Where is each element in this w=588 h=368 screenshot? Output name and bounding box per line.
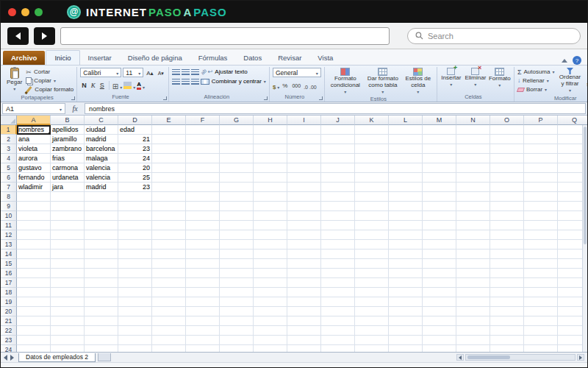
cell-H17[interactable]: [254, 278, 287, 288]
delete-cells-button[interactable]: Eliminar: [465, 68, 487, 88]
cell-A8[interactable]: [17, 192, 51, 202]
cell-E15[interactable]: [152, 259, 186, 269]
find-select-button[interactable]: Buscar y seleccionar: [586, 68, 588, 94]
cell-F15[interactable]: [186, 259, 220, 269]
tab-revisar[interactable]: Revisar: [270, 51, 309, 65]
column-header-N[interactable]: N: [456, 116, 490, 125]
cell-N7[interactable]: [456, 183, 490, 192]
cell-I18[interactable]: [287, 288, 321, 297]
cell-J6[interactable]: [321, 173, 355, 183]
cell-H9[interactable]: [254, 202, 287, 211]
cell-L8[interactable]: [389, 192, 423, 202]
cell-P17[interactable]: [524, 278, 558, 288]
cell-G24[interactable]: [220, 345, 254, 352]
cell-N6[interactable]: [456, 173, 490, 183]
cell-D9[interactable]: [118, 202, 152, 211]
cell-L22[interactable]: [389, 326, 423, 336]
cell-G20[interactable]: [220, 307, 254, 316]
cell-J8[interactable]: [321, 192, 355, 202]
cell-A1[interactable]: nombres: [17, 125, 51, 135]
wrap-text-button[interactable]: Ajustar texto: [208, 68, 248, 76]
cell-E11[interactable]: [152, 221, 186, 230]
align-right-icon[interactable]: [191, 79, 199, 85]
cell-A5[interactable]: gustavo: [17, 163, 51, 173]
cell-P7[interactable]: [524, 183, 558, 192]
cell-G4[interactable]: [220, 154, 254, 163]
cell-A20[interactable]: [17, 307, 51, 316]
cell-I14[interactable]: [287, 250, 321, 259]
cell-P9[interactable]: [524, 202, 558, 211]
column-header-D[interactable]: D: [118, 116, 152, 125]
cell-K14[interactable]: [355, 250, 389, 259]
dialog-launcher-icon[interactable]: [71, 96, 75, 100]
cell-F2[interactable]: [186, 135, 220, 144]
align-left-icon[interactable]: [172, 79, 180, 85]
align-bottom-icon[interactable]: [191, 69, 199, 75]
insert-function-button[interactable]: fx: [67, 103, 83, 114]
cell-O24[interactable]: [490, 345, 524, 352]
row-header-2[interactable]: 2: [1, 135, 17, 144]
cell-I22[interactable]: [287, 326, 321, 336]
cell-E23[interactable]: [152, 336, 186, 345]
cell-B7[interactable]: jara: [51, 183, 85, 192]
cell-N11[interactable]: [456, 221, 490, 230]
cell-B23[interactable]: [51, 336, 85, 345]
cell-P22[interactable]: [524, 326, 558, 336]
cell-G10[interactable]: [220, 211, 254, 221]
decrease-decimal-button[interactable]: [309, 79, 317, 92]
cell-L15[interactable]: [389, 259, 423, 269]
cell-J3[interactable]: [321, 144, 355, 154]
cell-D3[interactable]: 23: [118, 144, 152, 154]
cell-I11[interactable]: [287, 221, 321, 230]
percent-format-button[interactable]: %: [281, 82, 289, 89]
cell-G8[interactable]: [220, 192, 254, 202]
cell-M21[interactable]: [423, 316, 456, 326]
cell-J22[interactable]: [321, 326, 355, 336]
cell-B21[interactable]: [51, 316, 85, 326]
cell-B13[interactable]: [51, 240, 85, 250]
cell-B18[interactable]: [51, 288, 85, 297]
cell-O8[interactable]: [490, 192, 524, 202]
tab-datos[interactable]: Datos: [235, 51, 270, 65]
font-size-select[interactable]: 11: [123, 68, 143, 77]
font-name-select[interactable]: Calibri: [80, 68, 121, 77]
cell-M8[interactable]: [423, 192, 456, 202]
row-header-16[interactable]: 16: [1, 269, 17, 278]
column-header-C[interactable]: C: [85, 116, 118, 125]
cell-J19[interactable]: [321, 297, 355, 307]
cell-L17[interactable]: [389, 278, 423, 288]
cell-H10[interactable]: [254, 211, 287, 221]
cell-M10[interactable]: [423, 211, 456, 221]
cell-L11[interactable]: [389, 221, 423, 230]
cell-I15[interactable]: [287, 259, 321, 269]
cell-E1[interactable]: [152, 125, 186, 135]
cell-E13[interactable]: [152, 240, 186, 250]
cell-G7[interactable]: [220, 183, 254, 192]
cell-A23[interactable]: [17, 336, 51, 345]
row-header-8[interactable]: 8: [1, 192, 17, 202]
cell-O10[interactable]: [490, 211, 524, 221]
format-as-table-button[interactable]: Dar formato como tabla: [365, 68, 401, 95]
cell-O9[interactable]: [490, 202, 524, 211]
cell-G14[interactable]: [220, 250, 254, 259]
cell-I4[interactable]: [287, 154, 321, 163]
cell-D6[interactable]: 25: [118, 173, 152, 183]
clear-button[interactable]: Borrar: [517, 85, 555, 93]
cell-F14[interactable]: [186, 250, 220, 259]
cell-C7[interactable]: madrid: [85, 183, 118, 192]
cell-I23[interactable]: [287, 336, 321, 345]
tab-vista[interactable]: Vista: [309, 51, 341, 65]
cell-F23[interactable]: [186, 336, 220, 345]
increase-decimal-button[interactable]: [304, 79, 308, 92]
cell-L12[interactable]: [389, 230, 423, 240]
cell-B20[interactable]: [51, 307, 85, 316]
column-header-B[interactable]: B: [51, 116, 85, 125]
cell-F8[interactable]: [186, 192, 220, 202]
horizontal-scrollbar-track[interactable]: [465, 354, 576, 361]
cell-A3[interactable]: violeta: [17, 144, 51, 154]
cell-F21[interactable]: [186, 316, 220, 326]
cell-P6[interactable]: [524, 173, 558, 183]
cell-M17[interactable]: [423, 278, 456, 288]
cell-H5[interactable]: [254, 163, 287, 173]
cell-A11[interactable]: [17, 221, 51, 230]
